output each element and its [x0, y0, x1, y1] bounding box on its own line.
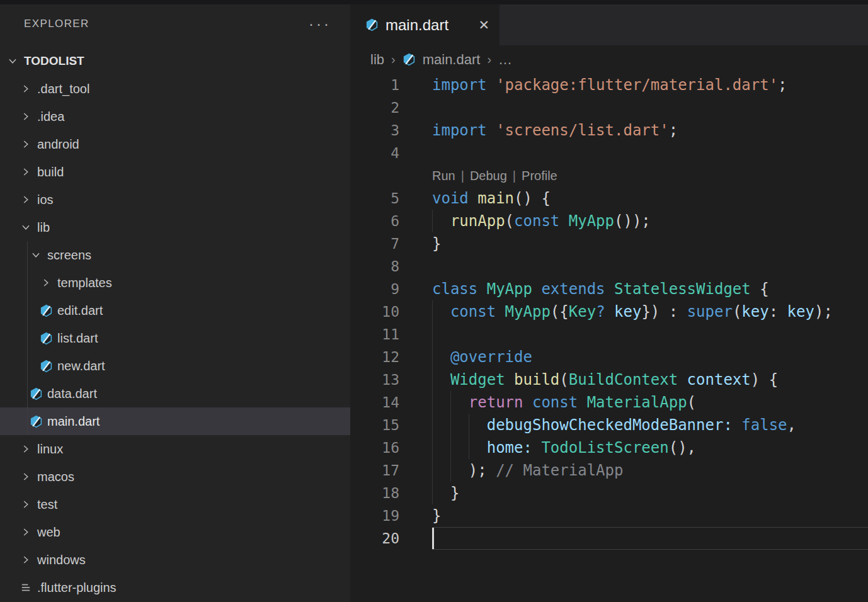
line-number: 8 — [350, 258, 399, 275]
close-tab-icon[interactable]: ✕ — [478, 18, 489, 33]
tree-item-test[interactable]: test — [0, 491, 350, 518]
code-line-4[interactable]: 4 — [350, 142, 868, 164]
code-line-20[interactable]: 20 — [350, 527, 868, 550]
tree-item-templates[interactable]: templates — [0, 269, 350, 297]
tree-item-lib[interactable]: lib — [0, 213, 350, 241]
tree-item-dart-tool[interactable]: .dart_tool — [0, 75, 350, 103]
code-line-7[interactable]: 7} — [350, 232, 868, 255]
tree-item-ios[interactable]: ios — [0, 186, 350, 213]
code-line-content[interactable]: ); // MaterialApp — [432, 462, 623, 479]
line-number: 4 — [350, 145, 399, 161]
dart-file-icon — [30, 415, 43, 428]
code-line-content[interactable]: import 'package:flutter/material.dart'; — [432, 76, 787, 94]
line-number: 1 — [350, 77, 399, 93]
code-line-content[interactable]: class MyApp extends StatelessWidget { — [432, 280, 769, 298]
chevron-right-icon — [40, 277, 52, 288]
tree-item-label: .dart_tool — [37, 82, 89, 96]
code-token: key — [787, 303, 814, 321]
tree-item-list-dart[interactable]: list.dart — [0, 324, 350, 352]
code-line-19[interactable]: 19} — [350, 504, 868, 527]
project-section-header[interactable]: TODOLIST — [0, 47, 350, 75]
tree-item-build[interactable]: build — [0, 158, 350, 186]
tree-item-web[interactable]: web — [0, 518, 350, 546]
codelens-profile[interactable]: Profile — [522, 169, 557, 183]
code-line-13[interactable]: 13 Widget build(BuildContext context) { — [350, 368, 868, 391]
code-token: debugShowCheckedModeBanner: — [487, 416, 733, 434]
code-line-3[interactable]: 3import 'screens/list.dart'; — [350, 119, 868, 142]
code-line-content[interactable]: @override — [432, 348, 532, 366]
code-token: return — [469, 394, 523, 411]
tree-item-new-dart[interactable]: new.dart — [0, 352, 350, 380]
code-line-content[interactable]: import 'screens/list.dart'; — [432, 122, 678, 139]
breadcrumb-item-lib[interactable]: lib — [370, 52, 384, 68]
code-line-content[interactable]: debugShowCheckedModeBanner: false, — [432, 416, 796, 434]
code-line-5[interactable]: 5void main() { — [350, 187, 868, 210]
tree-item-screens[interactable]: screens — [0, 241, 350, 269]
code-token — [487, 76, 496, 94]
tree-item-label: main.dart — [47, 414, 100, 429]
tree-item-flutter-plugins[interactable]: .flutter-plugins — [0, 574, 350, 601]
code-line-8[interactable]: 8 — [350, 255, 868, 278]
code-line-14[interactable]: 14 return const MaterialApp( — [350, 391, 868, 414]
tree-item-macos[interactable]: macos — [0, 463, 350, 491]
code-line-10[interactable]: 10 const MyApp({Key? key}) : super(key: … — [350, 300, 868, 323]
code-line-content[interactable]: } — [432, 484, 459, 502]
code-line-12[interactable]: 12 @override — [350, 346, 868, 368]
codelens-debug[interactable]: Debug — [470, 169, 507, 183]
code-line-9[interactable]: 9class MyApp extends StatelessWidget { — [350, 278, 868, 300]
code-token: extends — [541, 280, 605, 298]
tree-item-label: build — [37, 165, 64, 179]
code-line-11[interactable]: 11 — [350, 323, 868, 346]
more-actions-icon[interactable]: ··· — [309, 20, 331, 28]
codelens-run[interactable]: Run — [432, 169, 455, 183]
code-line-content[interactable]: void main() { — [432, 190, 551, 207]
code-line-2[interactable]: 2 — [350, 96, 868, 119]
code-token — [523, 394, 532, 411]
code-token: void — [432, 190, 469, 207]
breadcrumb-item--[interactable]: … — [498, 52, 512, 68]
code-line-content[interactable]: return const MaterialApp( — [432, 394, 696, 411]
line-number: 17 — [350, 462, 399, 479]
list-file-icon — [20, 582, 31, 593]
tree-item-linux[interactable]: linux — [0, 435, 350, 463]
code-token: { — [751, 280, 769, 298]
breadcrumb-separator: › — [391, 52, 396, 67]
code-editor[interactable]: 1import 'package:flutter/material.dart';… — [350, 74, 868, 550]
explorer-title: EXPLORER — [24, 18, 89, 30]
code-line-content[interactable]: runApp(const MyApp()); — [432, 212, 651, 230]
tree-item-label: new.dart — [57, 359, 105, 373]
tree-item-label: macos — [37, 470, 74, 484]
code-token: : — [769, 303, 787, 321]
line-number: 10 — [350, 304, 399, 320]
tree-item-windows[interactable]: windows — [0, 546, 350, 574]
tree-item-label: .flutter-plugins — [37, 581, 117, 595]
tree-item-main-dart[interactable]: main.dart — [0, 407, 350, 435]
code-line-content[interactable]: const MyApp({Key? key}) : super(key: key… — [432, 303, 833, 321]
code-line-6[interactable]: 6 runApp(const MyApp()); — [350, 210, 868, 232]
code-line-18[interactable]: 18 } — [350, 482, 868, 504]
dart-file-icon — [365, 18, 379, 31]
code-token: BuildContext — [569, 371, 678, 389]
explorer-sidebar: EXPLORER ··· TODOLIST .dart_tool.ideaand… — [0, 4, 350, 602]
tab-title: main.dart — [385, 16, 448, 34]
tab-main-dart[interactable]: main.dart ✕ — [350, 4, 500, 45]
code-line-15[interactable]: 15 debugShowCheckedModeBanner: false, — [350, 414, 868, 436]
code-line-1[interactable]: 1import 'package:flutter/material.dart'; — [350, 74, 868, 96]
line-number: 2 — [350, 99, 399, 116]
chevron-right-icon — [20, 499, 31, 510]
tree-item-data-dart[interactable]: data.dart — [0, 380, 350, 407]
tree-item-edit-dart[interactable]: edit.dart — [0, 297, 350, 324]
text-cursor — [432, 528, 434, 549]
code-line-17[interactable]: 17 ); // MaterialApp — [350, 459, 868, 482]
tree-item-android[interactable]: android — [0, 130, 350, 158]
code-token — [505, 371, 514, 389]
code-line-content[interactable]: home: TodoListScreen(), — [432, 439, 696, 457]
code-line-content[interactable]: } — [432, 507, 441, 525]
breadcrumb-separator: › — [487, 52, 491, 67]
dart-file-icon — [40, 304, 53, 317]
code-line-16[interactable]: 16 home: TodoListScreen(), — [350, 436, 868, 459]
code-line-content[interactable]: } — [432, 235, 441, 253]
breadcrumb-item-main-dart[interactable]: main.dart — [423, 52, 481, 68]
code-line-content[interactable]: Widget build(BuildContext context) { — [432, 371, 778, 389]
tree-item-idea[interactable]: .idea — [0, 103, 350, 130]
